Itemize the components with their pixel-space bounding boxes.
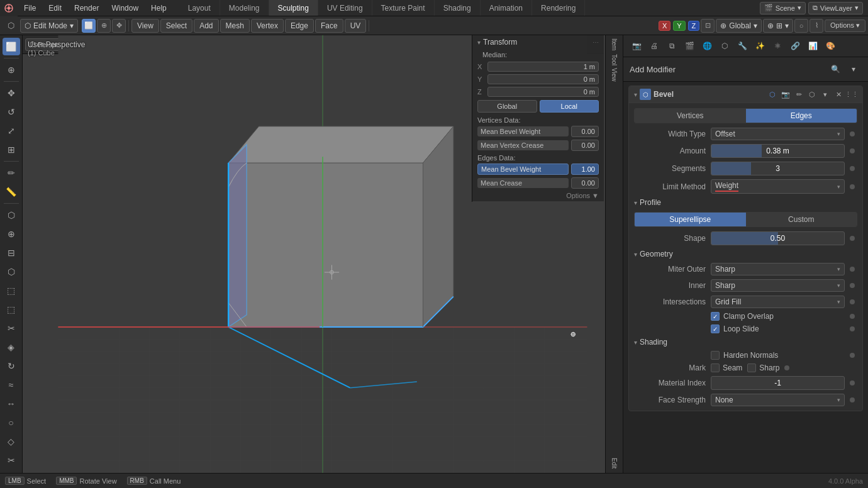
view-tab-btn[interactable]: View — [608, 68, 621, 82]
axis-y-btn[interactable]: Y — [673, 21, 685, 31]
harden-normals-label[interactable]: Harden Normals — [711, 351, 845, 360]
menu-file[interactable]: File — [18, 0, 42, 16]
bevel-btn[interactable]: ⬡ — [3, 263, 20, 280]
render-props-icon[interactable]: 📷 — [628, 38, 645, 54]
view-menu[interactable]: View — [131, 19, 159, 33]
item-tab-btn[interactable]: Item — [608, 38, 621, 52]
constraints-props-icon[interactable]: 🔗 — [787, 38, 803, 54]
profile-section-header[interactable]: ▾ Profile — [629, 196, 862, 209]
tab-rendering[interactable]: Rendering — [532, 0, 585, 16]
loop-slide-checkbox[interactable] — [711, 324, 720, 333]
annotate-tool-btn[interactable]: ✏ — [3, 164, 20, 182]
inner-dropdown[interactable]: Sharp ▾ — [711, 279, 845, 292]
spin-btn[interactable]: ↻ — [3, 357, 20, 375]
add-menu[interactable]: Add — [194, 19, 218, 33]
mode-dropdown[interactable]: ⬡ Edit Mode ▾ — [20, 19, 78, 33]
custom-tab[interactable]: Custom — [746, 213, 857, 226]
add-cube-btn[interactable]: ⬡ — [3, 206, 20, 224]
bevel-close-icon[interactable]: ✕ — [833, 89, 844, 100]
tab-shading[interactable]: Shading — [435, 0, 481, 16]
bevel-realtime-icon[interactable]: ⬡ — [767, 89, 778, 100]
editor-type-icon[interactable]: ⬡ — [3, 19, 19, 33]
cursor-icon[interactable]: ⊕ — [97, 19, 111, 33]
tab-texture-paint[interactable]: Texture Paint — [372, 0, 435, 16]
harden-normals-checkbox[interactable] — [711, 351, 720, 360]
move-icon[interactable]: ✥ — [112, 19, 126, 33]
world-props-icon[interactable]: 🌐 — [699, 38, 715, 54]
clamp-overlap-checkbox[interactable] — [711, 312, 720, 321]
loop-cut-btn[interactable]: ⬚ — [3, 282, 20, 299]
data-props-icon[interactable]: 📊 — [804, 38, 821, 54]
mean-crease-value[interactable]: 0.00 — [571, 177, 599, 189]
superellipse-tab[interactable]: Superellipse — [635, 213, 746, 226]
move-tool-btn[interactable]: ✥ — [3, 84, 20, 102]
edge-slide-btn[interactable]: ↔ — [3, 395, 20, 413]
rotate-tool-btn[interactable]: ↺ — [3, 103, 20, 121]
select-tool-btn[interactable]: ⬜ — [3, 38, 20, 55]
snap-dropdown[interactable]: ⊕ ⊞ ▾ — [763, 19, 793, 33]
edges-tab[interactable]: Edges — [746, 109, 857, 123]
select-menu[interactable]: Select — [160, 19, 192, 33]
orientation-icon[interactable]: ⊡ — [701, 19, 715, 33]
tool-tab-btn[interactable]: Tool — [608, 53, 621, 67]
width-type-dropdown[interactable]: Offset ▾ — [711, 128, 845, 140]
bevel-drag-icon[interactable]: ⋮⋮ — [846, 89, 857, 100]
edit-tab-btn[interactable]: Edit — [608, 457, 621, 470]
bevel-edit-icon[interactable]: ✏ — [793, 89, 804, 100]
shear-btn[interactable]: ◇ — [3, 433, 20, 450]
inset-btn[interactable]: ⊟ — [3, 244, 20, 262]
amount-slider[interactable]: 0.38 m — [711, 144, 845, 158]
extrude-btn[interactable]: ⊕ — [3, 225, 20, 243]
menu-window[interactable]: Window — [105, 0, 145, 16]
axis-x-btn[interactable]: X — [659, 21, 670, 31]
bevel-expand-more-icon[interactable]: ▾ — [820, 89, 831, 100]
shape-slider[interactable]: 0.50 — [711, 231, 845, 245]
offset-edge-btn[interactable]: ⬚ — [3, 301, 20, 318]
vertices-tab[interactable]: Vertices — [635, 109, 746, 123]
bevel-expand-arrow-icon[interactable]: ▾ — [634, 91, 637, 98]
options-button[interactable]: Options ▾ — [825, 19, 865, 32]
coord-y-value[interactable]: 0 m — [487, 74, 599, 84]
poly-build-btn[interactable]: ◈ — [3, 338, 20, 356]
view-layer-props-icon[interactable]: ⧉ — [664, 38, 680, 54]
tab-layout[interactable]: Layout — [179, 0, 220, 16]
mesh-menu[interactable]: Mesh — [220, 19, 250, 33]
view-layer-selector[interactable]: ⧉ ViewLayer ▾ — [808, 2, 863, 14]
vertex-menu[interactable]: Vertex — [251, 19, 284, 33]
select-box-icon[interactable]: ⬜ — [82, 19, 96, 33]
object-props-icon[interactable]: ⬡ — [716, 38, 733, 54]
shrink-fatten-btn[interactable]: ○ — [3, 414, 20, 431]
mean-bevel-weight-edge-value[interactable]: 1.00 — [571, 164, 599, 175]
tab-sculpting[interactable]: Sculpting — [269, 0, 318, 16]
uv-menu[interactable]: UV — [345, 19, 367, 33]
mark-seam-checkbox[interactable] — [711, 363, 720, 372]
face-menu[interactable]: Face — [315, 19, 343, 33]
bevel-cage-icon[interactable]: ⬡ — [806, 89, 818, 100]
physics-props-icon[interactable]: ⚛ — [769, 38, 786, 54]
material-props-icon[interactable]: 🎨 — [822, 38, 838, 54]
particles-props-icon[interactable]: ✨ — [752, 38, 768, 54]
knife-btn[interactable]: ✂ — [3, 319, 20, 337]
tab-modeling[interactable]: Modeling — [220, 0, 269, 16]
menu-render[interactable]: Render — [68, 0, 105, 16]
pivot-dropdown[interactable]: ⊕ Global ▾ — [716, 19, 762, 33]
transform-tool-btn[interactable]: ⊞ — [3, 141, 20, 158]
mark-sharp-checkbox[interactable] — [747, 363, 756, 372]
local-toggle[interactable]: Local — [540, 100, 599, 113]
loop-slide-label[interactable]: Loop Slide — [711, 324, 845, 333]
axis-z-btn[interactable]: Z — [688, 21, 700, 31]
menu-edit[interactable]: Edit — [42, 0, 68, 16]
modifier-props-icon[interactable]: 🔧 — [734, 38, 750, 54]
menu-help[interactable]: Help — [145, 0, 173, 16]
rip-region-btn[interactable]: ✂ — [3, 452, 20, 469]
scene-props-icon[interactable]: 🎬 — [681, 38, 698, 54]
panel-options-btn[interactable]: Options ▼ — [566, 192, 599, 199]
edge-menu[interactable]: Edge — [285, 19, 314, 33]
global-toggle[interactable]: Global — [477, 100, 537, 113]
cursor-tool-btn[interactable]: ⊕ — [3, 61, 20, 79]
modifier-expand-btn[interactable]: ▾ — [845, 61, 862, 77]
tab-uv-editing[interactable]: UV Editing — [318, 0, 372, 16]
bevel-render-icon[interactable]: 📷 — [780, 89, 791, 100]
intersections-dropdown[interactable]: Grid Fill ▾ — [711, 296, 845, 308]
segments-slider[interactable]: 3 — [711, 162, 845, 175]
